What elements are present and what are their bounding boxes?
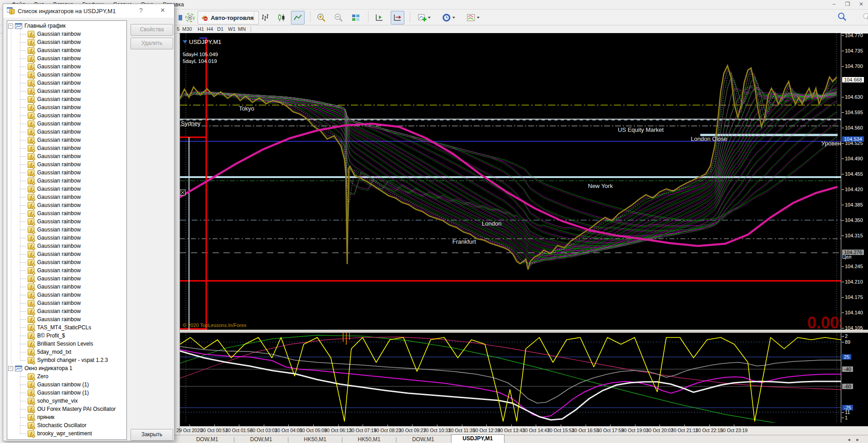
chart-tab-usdjpy-m1[interactable]: USDJPY,M1 <box>451 434 504 443</box>
collapse-icon[interactable]: − <box>8 366 13 371</box>
indicator-item[interactable]: fGaussian rainbow <box>7 315 126 323</box>
dialog-close-button[interactable]: ✕ <box>159 7 167 14</box>
indicator-item[interactable]: fGaussian rainbow <box>7 193 126 201</box>
zoom-in-button[interactable] <box>315 11 328 24</box>
bar-chart-button[interactable] <box>258 11 272 24</box>
indicator-item[interactable]: fGaussian rainbow <box>7 46 126 54</box>
main-chart[interactable]: USDJPY,M15dayH 105.0495dayL 104.019Sydne… <box>180 33 841 330</box>
close-button[interactable]: ✕ <box>858 1 864 7</box>
timeframe-H1[interactable]: H1 <box>196 26 206 33</box>
chart-tab-hk50-m1[interactable]: HK50,M1 <box>289 436 341 443</box>
chart-tab-dow-m1[interactable]: DOW,M1 <box>235 436 287 443</box>
delete-button[interactable]: Удалить <box>131 38 173 49</box>
dialog-title-bar[interactable]: f Список индикаторов на USDJPY,M1 ? ✕ <box>3 4 174 18</box>
indicator-item[interactable]: fGaussian rainbow <box>7 38 126 46</box>
line-chart-button[interactable] <box>291 11 305 24</box>
timeframe-W1[interactable]: W1 <box>226 26 238 33</box>
indicator-icon: f <box>28 194 34 201</box>
indicator-item[interactable]: fGaussian rainbow <box>7 291 126 299</box>
autoscroll-button[interactable] <box>391 11 404 24</box>
chart-tab-dow-m1[interactable]: DOW,M1 <box>181 436 233 443</box>
properties-button[interactable]: Свойства <box>131 24 173 36</box>
restore-button[interactable]: ❐ <box>844 1 851 7</box>
indicator-item[interactable]: fGaussian rainbow <box>7 79 126 87</box>
indicator-item[interactable]: fB© Profit_$ <box>7 332 126 340</box>
timeframe-H4[interactable]: H4 <box>205 26 215 33</box>
indicator-item[interactable]: fGaussian rainbow <box>7 274 126 283</box>
indicator-item[interactable]: fGaussian rainbow <box>7 30 126 38</box>
indicator-item[interactable]: fGaussian rainbow <box>7 217 126 226</box>
chart-tab-hk50-m1[interactable]: HK50,M1 <box>343 436 395 443</box>
indicator-item[interactable]: fGaussian rainbow (1) <box>7 380 126 389</box>
periods-button[interactable] <box>439 11 458 24</box>
indicator-label: Gaussian rainbow <box>37 169 81 176</box>
indicator-item[interactable]: fGaussian rainbow <box>7 103 126 111</box>
indicator-item[interactable]: fOU Forex Mastery PAI Oscillator <box>7 405 126 413</box>
indicator-item[interactable]: fTAS_MT4_StaticPCLs <box>7 323 126 332</box>
indicator-item[interactable]: fGaussian rainbow <box>7 54 126 63</box>
indicator-item[interactable]: fGaussian rainbow (1) <box>7 389 126 397</box>
indicator-item[interactable]: fGaussian rainbow <box>7 185 126 193</box>
candle-chart-button[interactable] <box>275 11 288 24</box>
chart-tab-dow-m1[interactable]: DOW,M1 <box>397 436 450 443</box>
minimize-button[interactable]: – <box>831 1 837 7</box>
indicator-item[interactable]: fGaussian rainbow <box>7 209 126 217</box>
indicator-item[interactable]: f5day_mod_txt <box>7 348 126 356</box>
indicator-item[interactable]: fGaussian rainbow <box>7 201 126 209</box>
price-tick: 104.245 <box>845 264 863 269</box>
indicator-item[interactable]: fGaussian rainbow <box>7 258 126 266</box>
indicators-button[interactable] <box>414 11 433 24</box>
indicator-item[interactable]: fGaussian rainbow <box>7 234 126 242</box>
collapse-icon[interactable]: − <box>8 24 13 29</box>
shift-chart-button[interactable] <box>373 11 386 24</box>
dialog-help-button[interactable]: ? <box>137 7 145 14</box>
indicator-icon: f <box>28 324 34 331</box>
timeframe-MN[interactable]: MN <box>236 26 247 33</box>
pane-splitter[interactable] <box>180 330 868 333</box>
close-dialog-button[interactable]: Закрыть <box>131 429 173 441</box>
indicator-item[interactable]: fGaussian rainbow <box>7 266 126 274</box>
search-button[interactable] <box>837 12 847 24</box>
indicator-item[interactable]: fGaussian rainbow <box>7 128 126 136</box>
timeframe-M30[interactable]: M30 <box>180 26 194 33</box>
zoom-out-button[interactable] <box>332 11 345 24</box>
autotrade-button[interactable]: Авто-торговля <box>198 11 259 24</box>
indicator-item[interactable]: fGaussian rainbow <box>7 226 126 234</box>
indicator-item[interactable]: fGaussian rainbow <box>7 144 126 152</box>
indicator-item[interactable]: fGaussian rainbow <box>7 242 126 250</box>
indicator-item[interactable]: fGaussian rainbow <box>7 307 126 315</box>
indicator-item[interactable]: fGaussian rainbow <box>7 152 126 160</box>
indicator-item[interactable]: fGaussian rainbow <box>7 169 126 177</box>
indicator-list-box[interactable]: −Главный графикfGaussian rainbowfGaussia… <box>7 20 127 440</box>
indicator-item[interactable]: fGaussian rainbow <box>7 250 126 258</box>
expert-signal-button[interactable] <box>183 11 197 24</box>
indicator-item[interactable]: fGaussian rainbow <box>7 87 126 95</box>
time-label: 30 Oct 00:51 <box>201 428 228 433</box>
indicator-item[interactable]: fZero <box>7 372 126 380</box>
indicator-item[interactable]: fSymbol changer - vspat 1.2.3 <box>7 356 126 364</box>
tree-group[interactable]: −Окно индикатора 1 <box>7 364 126 372</box>
indicator-item[interactable]: fGaussian rainbow <box>7 160 126 169</box>
indicator-item[interactable]: fGaussian rainbow <box>7 120 126 128</box>
indicator-item[interactable]: fBrilliant Session Levels <box>7 340 126 348</box>
indicator-item[interactable]: fStochastic Oscillator <box>7 421 126 429</box>
indicator-pane[interactable] <box>180 333 841 423</box>
price-axis[interactable]: 104.770104.735104.700104.630104.595104.5… <box>841 33 868 423</box>
indicator-item[interactable]: fGaussian rainbow <box>7 71 126 79</box>
indicator-item[interactable]: fпряник <box>7 413 126 421</box>
timeframe-D1[interactable]: D1 <box>215 26 225 33</box>
indicator-item[interactable]: fbrooky_wpr_sentiment <box>7 429 126 438</box>
indicator-item[interactable]: fGaussian rainbow <box>7 111 126 120</box>
time-axis[interactable]: 29 Oct 202030 Oct 00:5130 Oct 01:5630 Oc… <box>180 426 868 435</box>
indicator-item[interactable]: fGaussian rainbow <box>7 63 126 71</box>
indicator-item[interactable]: fsoho_synthe_vix <box>7 397 126 405</box>
indicator-item[interactable]: fGaussian rainbow <box>7 177 126 185</box>
tile-windows-button[interactable] <box>349 11 363 24</box>
indicator-item[interactable]: fGaussian rainbow <box>7 95 126 103</box>
indicator-item[interactable]: fGaussian rainbow <box>7 299 126 307</box>
indicator-item[interactable]: fGaussian rainbow <box>7 283 126 291</box>
tab-scroll-arrows[interactable]: ◂▸ <box>848 437 865 443</box>
templates-button[interactable] <box>463 11 482 24</box>
indicator-item[interactable]: fGaussian rainbow <box>7 136 126 144</box>
tree-group[interactable]: −Главный график <box>7 22 126 30</box>
